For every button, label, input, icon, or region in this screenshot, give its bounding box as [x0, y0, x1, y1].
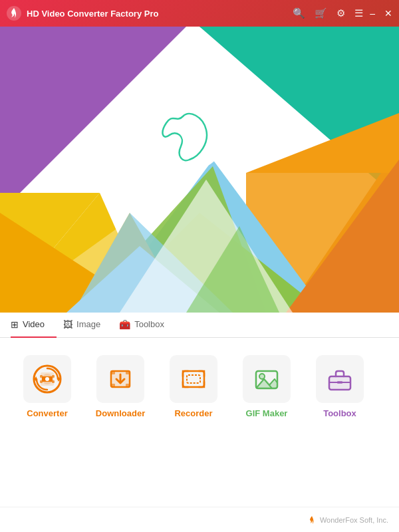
- close-button[interactable]: ✕: [384, 8, 392, 19]
- toolbar-icons: 🔍 🛒 ⚙ ☰: [293, 7, 363, 19]
- nav-item-recorder[interactable]: Recorder: [157, 350, 230, 424]
- list-icon[interactable]: ☰: [354, 7, 363, 19]
- toolbox-label: Toolbox: [323, 408, 356, 418]
- footer-brand: WonderFox Soft, Inc.: [307, 515, 388, 525]
- hero-graphic: [0, 27, 399, 313]
- downloader-icon: [104, 363, 136, 395]
- toolbox-icon: [324, 363, 356, 395]
- video-tab-icon: ⊞: [11, 319, 19, 330]
- svg-rect-25: [40, 375, 43, 378]
- downloader-icon-box: [96, 355, 144, 403]
- svg-point-29: [45, 377, 49, 381]
- window-controls: – ✕: [370, 8, 392, 19]
- footer-text: WonderFox Soft, Inc.: [320, 516, 388, 524]
- nav-item-downloader[interactable]: Downloader: [84, 350, 157, 424]
- app-logo: [7, 6, 21, 21]
- converter-label: Converter: [27, 408, 67, 418]
- svg-rect-28: [52, 380, 55, 383]
- tab-video-label: Video: [23, 319, 45, 329]
- tab-toolbox[interactable]: 🧰 Toolbox: [119, 313, 176, 338]
- toolbox-tab-icon: 🧰: [119, 319, 130, 330]
- gif-maker-label: GIF Maker: [246, 408, 288, 418]
- svg-rect-36: [126, 371, 130, 374]
- svg-rect-40: [187, 375, 200, 383]
- cart-icon[interactable]: 🛒: [315, 7, 327, 19]
- settings-icon[interactable]: ⚙: [336, 7, 345, 19]
- nav-item-converter[interactable]: Converter: [11, 350, 84, 424]
- svg-rect-37: [126, 384, 130, 387]
- converter-icon-box: [23, 355, 71, 403]
- tabs-bar: ⊞ Video 🖼 Image 🧰 Toolbox: [0, 313, 399, 338]
- svg-rect-34: [111, 371, 115, 374]
- svg-rect-27: [52, 375, 55, 378]
- titlebar: HD Video Converter Factory Pro 🔍 🛒 ⚙ ☰ –…: [0, 0, 399, 27]
- tab-image-label: Image: [76, 319, 100, 329]
- tab-image[interactable]: 🖼 Image: [63, 313, 112, 338]
- tab-toolbox-label: Toolbox: [134, 319, 164, 329]
- gif-maker-icon: [251, 363, 283, 395]
- converter-icon: [31, 363, 63, 395]
- gif-maker-icon-box: [243, 355, 291, 403]
- nav-item-toolbox[interactable]: Toolbox: [303, 350, 376, 424]
- footer-flame-icon: [307, 515, 317, 525]
- recorder-icon-box: [170, 355, 217, 403]
- search-icon[interactable]: 🔍: [293, 7, 305, 19]
- toolbox-icon-box: [316, 355, 364, 403]
- svg-rect-26: [40, 380, 43, 383]
- recorder-label: Recorder: [174, 408, 212, 418]
- hero-banner: [0, 27, 399, 313]
- main-nav: Converter Downloader: [0, 338, 399, 430]
- app-title: HD Video Converter Factory Pro: [27, 9, 293, 19]
- minimize-button[interactable]: –: [370, 8, 375, 19]
- svg-rect-35: [111, 384, 115, 387]
- svg-rect-47: [337, 381, 342, 384]
- footer: WonderFox Soft, Inc.: [0, 507, 399, 532]
- recorder-icon: [178, 363, 209, 395]
- image-tab-icon: 🖼: [63, 319, 72, 330]
- downloader-label: Downloader: [96, 408, 145, 418]
- tab-video[interactable]: ⊞ Video: [11, 313, 57, 338]
- svg-rect-39: [183, 371, 204, 387]
- nav-item-gif-maker[interactable]: GIF Maker: [230, 350, 303, 424]
